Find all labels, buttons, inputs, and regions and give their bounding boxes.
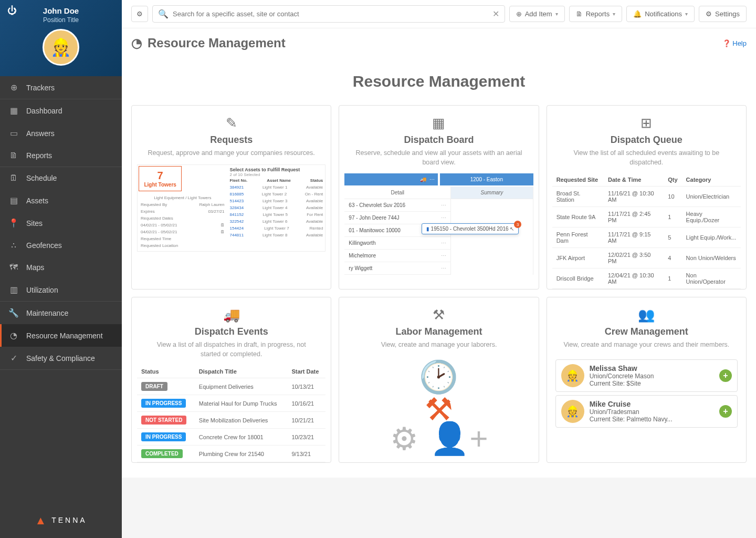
help-link[interactable]: ❓ Help <box>722 39 747 47</box>
chevron-down-icon: ▾ <box>613 11 615 17</box>
sidebar-item-schedule[interactable]: 🗓Schedule <box>0 167 122 189</box>
sidebar-item-trackers[interactable]: ⊕Trackers <box>0 76 122 99</box>
page-title: ◔Resource Management <box>131 36 286 50</box>
table-row: JFK Airport12/02/21 @ 3:50 PM4Non Union/… <box>552 248 741 268</box>
crew-role: Union/Concrete Mason <box>590 373 719 380</box>
avatar: 👷 <box>561 400 584 423</box>
notifications-button[interactable]: 🔔Notifications▾ <box>626 6 695 22</box>
sidebar-item-resource[interactable]: ◔Resource Management <box>0 324 122 347</box>
board-icon: ▦ <box>432 115 445 131</box>
requests-preview: 7 Light Towers Light Equipment / Light T… <box>137 164 326 289</box>
reports-button[interactable]: 🗎Reports▾ <box>569 6 623 22</box>
help-icon: ❓ <box>722 39 731 47</box>
cursor-icon: ↖ <box>510 226 514 232</box>
add-button[interactable]: + <box>719 405 732 418</box>
assets-icon: ▤ <box>8 195 19 205</box>
search-input[interactable] <box>173 10 492 18</box>
sidebar-item-maintenance[interactable]: 🔧Maintenance <box>0 302 122 324</box>
big-title: Resource Management <box>131 73 747 90</box>
power-icon[interactable]: ⏻ <box>7 5 17 16</box>
table-row: 514423Light Tower 3Available <box>230 198 323 204</box>
sidebar-item-assets[interactable]: ▤Assets <box>0 189 122 212</box>
card-dispatch-events[interactable]: 🚚 Dispatch Events View a list of all dis… <box>131 297 331 463</box>
table-row: 154424Light Tower 7Rented <box>230 225 323 232</box>
crew-site: Current Site: Palmetto Navy... <box>590 416 719 423</box>
table-row: State Route 9A11/17/21 @ 2:45 PM1Heavy E… <box>552 207 741 227</box>
sidebar-item-geofences[interactable]: ⛬Geofences <box>0 234 122 256</box>
list-item: ry Wiggett⋯ <box>344 262 450 275</box>
crew-role: Union/Tradesman <box>590 408 719 416</box>
safety-icon: ✓ <box>8 353 19 363</box>
settings-button[interactable]: ⚙Settings <box>699 6 747 22</box>
crew-name: Mike Cruise <box>590 400 719 408</box>
truck-icon: 🚚 <box>223 307 240 323</box>
crew-item[interactable]: 👷Melissa ShawUnion/Concrete MasonCurrent… <box>555 359 738 392</box>
labor-graphic: 🕑 ⚒ ⚙ 👤+ <box>344 356 533 463</box>
sliders-icon: ⚙ <box>136 10 143 18</box>
brand-icon: ▲ <box>35 514 48 527</box>
sidebar-item-safety[interactable]: ✓Safety & Compliance <box>0 347 122 369</box>
utilization-icon: ▥ <box>8 285 19 295</box>
avatar[interactable]: 👷 <box>43 29 79 66</box>
sidebar-header: ⏻ John Doe Position Title 👷 <box>0 0 122 76</box>
table-row: IN PROGRESSConcrete Crew for 1800110/23/… <box>137 429 326 446</box>
queue-icon: ⊞ <box>640 115 652 131</box>
sidebar-item-reports[interactable]: 🗎Reports <box>0 144 122 167</box>
card-dispatch-queue[interactable]: ⊞ Dispatch Queue View the list of all sc… <box>547 105 747 289</box>
clear-icon[interactable]: ✕ <box>492 9 499 19</box>
maps-icon: 🗺 <box>8 263 19 272</box>
table-row: 328434Light Tower 4Available <box>230 204 323 211</box>
status-badge: DRAFT <box>141 382 167 391</box>
card-requests[interactable]: ✎ Requests Request, approve and mange yo… <box>131 105 331 289</box>
card-crew-management[interactable]: 👥 Crew Management View, create and manag… <box>547 297 747 463</box>
add-button[interactable]: + <box>719 369 732 382</box>
sites-icon: 📍 <box>8 218 19 228</box>
group-icon: 👥 <box>638 307 655 323</box>
crew-item[interactable]: 👷Mike CruiseUnion/TradesmanCurrent Site:… <box>555 395 738 428</box>
pie-icon: ◔ <box>131 36 142 50</box>
table-row: COMPLETEDPlumbing Crew for 215409/13/21 <box>137 446 326 462</box>
card-title: Crew Management <box>605 326 688 337</box>
table-row: 322542Light Tower 6Available <box>230 218 323 225</box>
resource-icon: ◔ <box>8 330 19 340</box>
search-wrap: 🔍 ✕ <box>152 5 505 23</box>
card-desc: View a list of all dispatches in draft, … <box>137 340 326 359</box>
edit-icon: ✎ <box>226 115 237 131</box>
dispatch-events-preview: Status Dispatch Title Start Date DRAFTEq… <box>137 365 326 462</box>
tracker-icon: ⊕ <box>8 82 19 92</box>
card-title: Dispatch Events <box>195 326 268 337</box>
card-desc: View, create and manage your laborers. <box>371 340 508 350</box>
sidebar-item-maps[interactable]: 🗺Maps <box>0 256 122 278</box>
answers-icon: ▭ <box>8 128 19 138</box>
crew-site: Current Site: $Site <box>590 380 719 387</box>
plus-icon: ⊕ <box>516 10 522 18</box>
chevron-down-icon: ▾ <box>685 11 688 17</box>
sidebar-item-sites[interactable]: 📍Sites <box>0 212 122 234</box>
sidebar: ⏻ John Doe Position Title 👷 ⊕Trackers ▦D… <box>0 0 122 538</box>
schedule-icon: 🗓 <box>8 173 19 183</box>
sidebar-item-answers[interactable]: ▭Answers <box>0 122 122 144</box>
card-title: Requests <box>210 134 253 146</box>
topbar: ⚙ 🔍 ✕ ⊕Add Item▾ 🗎Reports▾ 🔔Notification… <box>122 0 756 28</box>
calendar-icon: 🗓 <box>220 223 225 227</box>
file-icon: 🗎 <box>576 10 583 18</box>
card-title: Dispatch Queue <box>611 134 682 146</box>
card-dispatch-board[interactable]: ▦ Dispatch Board Reserve, schedule and v… <box>339 105 539 289</box>
table-row: IN PROGRESSMaterial Haul for Dump Trucks… <box>137 395 326 412</box>
tools-icon: ⚒ <box>433 307 445 323</box>
bell-icon: 🔔 <box>633 10 642 18</box>
dispatch-board-preview: 🚚⋯ 1200 - Easton Detail 63 - Chevrolet S… <box>344 173 533 289</box>
card-labor-management[interactable]: ⚒ Labor Management View, create and mana… <box>339 297 539 463</box>
sidebar-item-dashboard[interactable]: ▦Dashboard <box>0 99 122 122</box>
card-desc: View the list of all scheduled events aw… <box>552 149 741 167</box>
crew-preview: 👷Melissa ShawUnion/Concrete MasonCurrent… <box>552 356 741 463</box>
filter-button[interactable]: ⚙ <box>131 6 148 22</box>
table-row: 816885Light Tower 2On - Rent <box>230 191 323 198</box>
card-desc: Request, approve and mange your companie… <box>138 149 326 158</box>
user-name: John Doe <box>0 6 122 15</box>
add-item-button[interactable]: ⊕Add Item▾ <box>509 6 565 22</box>
search-icon: 🔍 <box>158 9 169 19</box>
list-item: 97 - John Deere 744J⋯ <box>344 212 450 224</box>
sidebar-item-utilization[interactable]: ▥Utilization <box>0 278 122 301</box>
status-badge: IN PROGRESS <box>141 399 186 408</box>
